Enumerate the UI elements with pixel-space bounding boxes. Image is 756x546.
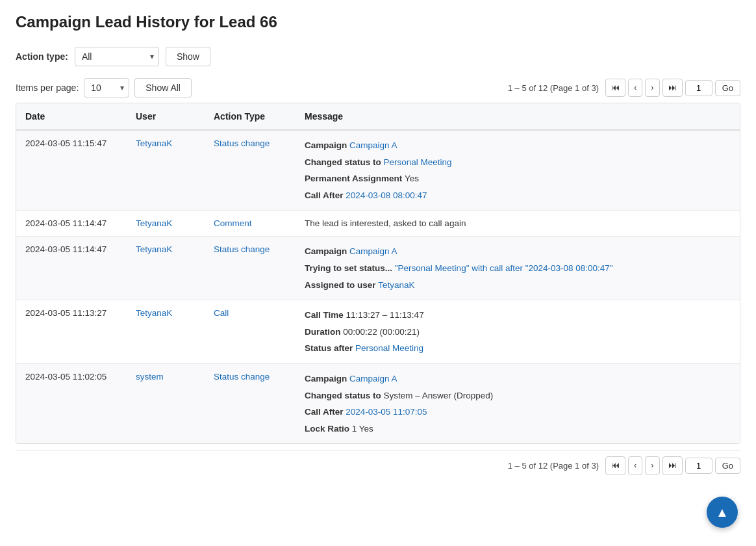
first-page-button[interactable]: ⏮ [605,79,625,97]
cell-action-type: Call [205,300,296,364]
action-type-link[interactable]: Status change [214,138,270,148]
user-link[interactable]: TetyanaK [136,138,172,148]
message-line: Changed status to Personal Meeting [305,155,731,170]
message-line: Changed status to System – Answer (Dropp… [305,389,731,403]
user-link[interactable]: TetyanaK [136,218,172,228]
message-line: Campaign Campaign A [305,138,731,153]
message-line: Campaign Campaign A [305,244,731,259]
page-title: Campaign Lead History for Lead 66 [16,13,740,31]
page-wrapper: Campaign Lead History for Lead 66 Action… [0,0,756,546]
cell-action-type: Status change [205,237,296,300]
action-type-select[interactable]: All Status change Comment Call [75,47,159,66]
top-pagination-row: Items per page: 10 25 50 100 ▾ Show All … [16,78,740,98]
message-line: Assigned to user TetyanaK [305,278,731,292]
cell-user: TetyanaK [127,211,205,237]
user-link[interactable]: TetyanaK [136,244,172,254]
action-type-link[interactable]: Call [214,308,229,318]
message-label: Status after [305,343,355,353]
table-row: 2024-03-05 11:14:47TetyanaKStatus change… [16,237,740,300]
bottom-pagination-info: 1 – 5 of 12 (Page 1 of 3) [508,461,599,471]
message-value[interactable]: 2024-03-08 08:00:47 [346,190,427,200]
message-line: Call Time 11:13:27 – 11:13:47 [305,308,731,322]
last-page-button[interactable]: ⏭ [662,79,683,97]
message-value[interactable]: TetyanaK [378,280,414,290]
bottom-prev-page-button[interactable]: ‹ [628,456,642,474]
cell-message: Call Time 11:13:27 – 11:13:47Duration 00… [296,300,740,364]
items-per-page-select[interactable]: 10 25 50 100 [84,78,129,98]
cell-action-type: Comment [205,211,296,237]
cell-action-type: Status change [205,363,296,443]
message-value[interactable]: "Personal Meeting" with call after "2024… [395,263,613,273]
message-label: Call After [305,407,346,417]
col-header-date: Date [16,103,127,130]
message-label: Campaign [305,140,349,150]
message-value: Yes [405,174,419,183]
items-per-page-select-wrapper: 10 25 50 100 ▾ [84,78,129,98]
cell-user: TetyanaK [127,130,205,211]
message-text: The lead is interested, asked to call ag… [305,218,466,228]
message-label: Duration [305,327,343,337]
action-type-label: Action type: [16,51,68,62]
message-value: 1 Yes [352,424,373,434]
message-value[interactable]: Personal Meeting [384,157,452,167]
table-row: 2024-03-05 11:14:47TetyanaKCommentThe le… [16,211,740,237]
bottom-pagination-row: 1 – 5 of 12 (Page 1 of 3) ⏮ ‹ › ⏭ Go [16,450,740,480]
message-line: Call After 2024-03-05 11:07:05 [305,405,731,419]
bottom-page-number-input[interactable] [685,458,712,474]
top-pagination-controls: ⏮ ‹ › ⏭ Go [605,79,740,97]
filter-row: Action type: All Status change Comment C… [16,47,740,66]
message-line: Trying to set status... "Personal Meetin… [305,261,731,276]
message-value: 00:00:22 (00:00:21) [343,327,420,337]
cell-user: TetyanaK [127,300,205,364]
message-label: Permanent Assignment [305,174,405,183]
items-per-page-group: Items per page: 10 25 50 100 ▾ Show All [16,78,501,98]
message-line: Call After 2024-03-08 08:00:47 [305,188,731,203]
page-number-input[interactable] [685,80,712,96]
bottom-first-page-button[interactable]: ⏮ [605,456,625,474]
history-table: Date User Action Type Message 2024-03-05… [16,103,740,443]
action-type-link[interactable]: Status change [214,372,270,382]
message-value[interactable]: 2024-03-05 11:07:05 [346,407,427,417]
message-label: Assigned to user [305,280,378,290]
table-row: 2024-03-05 11:02:05systemStatus changeCa… [16,363,740,443]
action-type-link[interactable]: Comment [214,218,252,228]
table-row: 2024-03-05 11:15:47TetyanaKStatus change… [16,130,740,211]
message-label: Lock Ratio [305,424,352,434]
message-value[interactable]: Campaign A [349,374,397,384]
bottom-last-page-button[interactable]: ⏭ [662,456,683,474]
cell-message: Campaign Campaign ATrying to set status.… [296,237,740,300]
message-value[interactable]: Personal Meeting [355,343,423,353]
message-label: Trying to set status... [305,263,395,273]
cell-date: 2024-03-05 11:15:47 [16,130,127,211]
cell-date: 2024-03-05 11:14:47 [16,211,127,237]
table-row: 2024-03-05 11:13:27TetyanaKCallCall Time… [16,300,740,364]
message-label: Campaign [305,246,349,256]
message-value: System – Answer (Dropped) [384,391,494,400]
message-label: Campaign [305,374,349,384]
message-line: Status after Personal Meeting [305,341,731,356]
bottom-next-page-button[interactable]: › [645,456,659,474]
go-button[interactable]: Go [715,80,740,96]
action-type-link[interactable]: Status change [214,244,270,254]
cell-user: TetyanaK [127,237,205,300]
bottom-go-button[interactable]: Go [715,458,740,474]
cell-message: The lead is interested, asked to call ag… [296,211,740,237]
show-button[interactable]: Show [166,47,210,66]
message-label: Call After [305,190,346,200]
prev-page-button[interactable]: ‹ [628,79,642,97]
cell-date: 2024-03-05 11:14:47 [16,237,127,300]
user-link[interactable]: system [136,372,164,382]
next-page-button[interactable]: › [645,79,659,97]
col-header-message: Message [296,103,740,130]
message-label: Changed status to [305,157,384,167]
message-label: Call Time [305,310,346,320]
message-value[interactable]: Campaign A [349,140,397,150]
message-value[interactable]: Campaign A [349,246,397,256]
action-type-select-wrapper: All Status change Comment Call ▾ [75,47,159,66]
top-pagination-info: 1 – 5 of 12 (Page 1 of 3) [508,83,599,93]
fab-button[interactable]: ▲ [707,497,738,528]
message-line: Permanent Assignment Yes [305,172,731,186]
user-link[interactable]: TetyanaK [136,308,172,318]
show-all-button[interactable]: Show All [134,78,192,98]
history-table-container: Date User Action Type Message 2024-03-05… [16,103,740,444]
